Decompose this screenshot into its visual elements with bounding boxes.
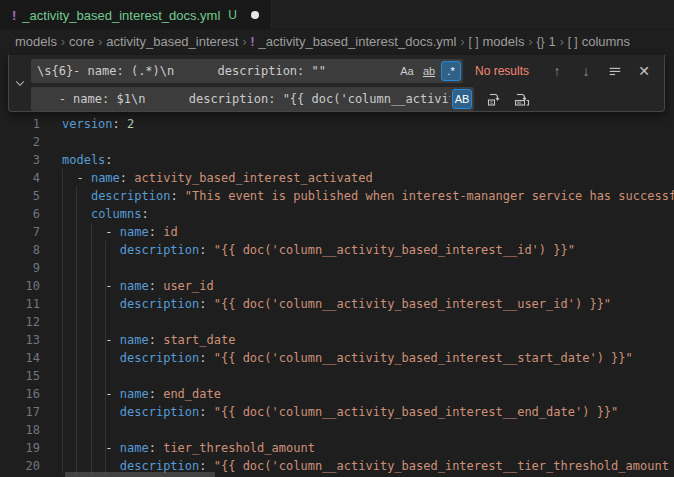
regex-button[interactable]: .* [441, 61, 461, 81]
line-number[interactable]: 15 [0, 367, 40, 385]
object-symbol-icon: {} [536, 35, 544, 49]
breadcrumb-label: _activity_based_interest_docs.yml [258, 34, 456, 49]
code-line[interactable]: models: [62, 151, 674, 169]
code-line[interactable]: - name: start_date [62, 331, 674, 349]
line-number[interactable]: 14 [0, 349, 40, 367]
breadcrumb-item-_activity_based_interest_docs.yml[interactable]: !_activity_based_interest_docs.yml [250, 34, 456, 49]
code-line[interactable] [62, 367, 674, 385]
line-number[interactable]: 3 [0, 151, 40, 169]
breadcrumb-label: core [69, 34, 94, 49]
tab-filename: _activity_based_interest_docs.yml [22, 8, 220, 23]
code-line[interactable]: - name: id [62, 223, 674, 241]
tab-activity-based-interest-docs[interactable]: ! _activity_based_interest_docs.yml U [0, 0, 272, 30]
code-line[interactable]: description: "{{ doc('column__activity_b… [62, 403, 674, 421]
find-query-text: \s{6}- name: (.*)\n description: "" [37, 64, 395, 78]
breadcrumb-item-columns[interactable]: [ ]columns [568, 34, 630, 49]
find-results-label: No results [475, 64, 529, 78]
line-number[interactable]: 11 [0, 295, 40, 313]
breadcrumb-label: 1 [548, 34, 555, 49]
line-number[interactable]: 17 [0, 403, 40, 421]
breadcrumb-label: models [15, 34, 57, 49]
line-number[interactable]: 1 [0, 115, 40, 133]
line-number[interactable]: 6 [0, 205, 40, 223]
line-number[interactable]: 12 [0, 313, 40, 331]
line-number[interactable]: 20 [0, 457, 40, 475]
line-number[interactable]: 18 [0, 421, 40, 439]
find-input[interactable]: \s{6}- name: (.*)\n description: "" Aa a… [31, 59, 463, 83]
breadcrumb-separator: › [98, 35, 102, 49]
breadcrumb-label: columns [582, 34, 630, 49]
breadcrumb-separator: › [460, 35, 464, 49]
line-number[interactable]: 4 [0, 169, 40, 187]
svg-text:c: c [490, 99, 493, 105]
code-line[interactable]: description: "{{ doc('column__activity_b… [62, 241, 674, 259]
code-line[interactable] [62, 313, 674, 331]
breadcrumb-separator: › [242, 35, 246, 49]
line-number[interactable]: 13 [0, 331, 40, 349]
line-number[interactable]: 9 [0, 259, 40, 277]
breadcrumb-item-activity_based_interest[interactable]: activity_based_interest [106, 34, 238, 49]
array-symbol-icon: [ ] [468, 35, 478, 49]
find-in-selection-icon[interactable] [605, 61, 625, 81]
breadcrumb-item-1[interactable]: {}1 [536, 34, 555, 49]
previous-match-icon[interactable]: ↑ [547, 61, 567, 81]
line-number[interactable]: 2 [0, 133, 40, 151]
code-line[interactable]: description: "{{ doc('column__activity_b… [62, 349, 674, 367]
code-content[interactable]: version: 2models: - name: activity_based… [62, 115, 674, 475]
find-widget-rows: \s{6}- name: (.*)\n description: "" Aa a… [31, 55, 664, 111]
code-line[interactable]: - name: tier_threshold_amount [62, 439, 674, 457]
replace-action-icons: c ac [484, 89, 532, 109]
breadcrumb-separator: › [61, 35, 65, 49]
line-number[interactable]: 16 [0, 385, 40, 403]
replace-value-text: - name: $1\n description: "{{ doc('colum… [37, 92, 450, 106]
chevron-down-icon [14, 77, 26, 89]
find-row: \s{6}- name: (.*)\n description: "" Aa a… [31, 59, 658, 83]
code-line[interactable] [62, 133, 674, 151]
array-symbol-icon: [ ] [568, 35, 578, 49]
yaml-symbol-icon: ! [250, 35, 254, 49]
line-number-gutter: 1234567891011121314151617181920 [0, 115, 40, 475]
find-nav-icons: ↑ ↓ ✕ [547, 61, 658, 81]
line-number[interactable]: 7 [0, 223, 40, 241]
breadcrumb-label: models [482, 34, 524, 49]
line-number[interactable]: 8 [0, 241, 40, 259]
toggle-replace-button[interactable] [9, 55, 31, 111]
breadcrumb-item-models[interactable]: [ ]models [468, 34, 524, 49]
breadcrumb-item-core[interactable]: core [69, 34, 94, 49]
replace-icon[interactable]: c [484, 89, 504, 109]
breadcrumb-label: activity_based_interest [106, 34, 238, 49]
line-number[interactable]: 19 [0, 439, 40, 457]
breadcrumb: models›core›activity_based_interest›!_ac… [0, 31, 674, 52]
svg-text:ac: ac [517, 99, 523, 105]
code-line[interactable]: - name: activity_based_interest_activate… [62, 169, 674, 187]
breadcrumb-separator: › [528, 35, 532, 49]
breadcrumb-item-models[interactable]: models [15, 34, 57, 49]
yaml-file-icon: ! [12, 8, 16, 23]
replace-input[interactable]: - name: $1\n description: "{{ doc('colum… [31, 87, 474, 111]
line-number[interactable]: 10 [0, 277, 40, 295]
tab-bar: ! _activity_based_interest_docs.yml U [0, 0, 674, 30]
preserve-case-button[interactable]: AB [452, 89, 472, 109]
code-line[interactable]: description: "This event is published wh… [62, 187, 674, 205]
whole-word-button[interactable]: ab [419, 61, 439, 81]
unsaved-dot-icon[interactable] [251, 11, 259, 19]
horizontal-scrollbar[interactable] [65, 472, 215, 477]
code-line[interactable]: - name: end_date [62, 385, 674, 403]
code-line[interactable]: - name: user_id [62, 277, 674, 295]
code-line[interactable] [62, 259, 674, 277]
line-number[interactable]: 5 [0, 187, 40, 205]
code-line[interactable]: columns: [62, 205, 674, 223]
find-replace-widget: \s{6}- name: (.*)\n description: "" Aa a… [8, 55, 665, 112]
git-status-badge: U [228, 8, 237, 22]
replace-row: - name: $1\n description: "{{ doc('colum… [31, 87, 658, 111]
close-icon[interactable]: ✕ [634, 61, 654, 81]
code-line[interactable] [62, 421, 674, 439]
editor-pane[interactable]: 1234567891011121314151617181920 version:… [0, 52, 674, 477]
next-match-icon[interactable]: ↓ [576, 61, 596, 81]
replace-all-icon[interactable]: ac [512, 89, 532, 109]
code-line[interactable]: version: 2 [62, 115, 674, 133]
breadcrumb-separator: › [560, 35, 564, 49]
code-line[interactable]: description: "{{ doc('column__activity_b… [62, 295, 674, 313]
match-case-button[interactable]: Aa [397, 61, 417, 81]
vscode-window: ! _activity_based_interest_docs.yml U mo… [0, 0, 674, 477]
